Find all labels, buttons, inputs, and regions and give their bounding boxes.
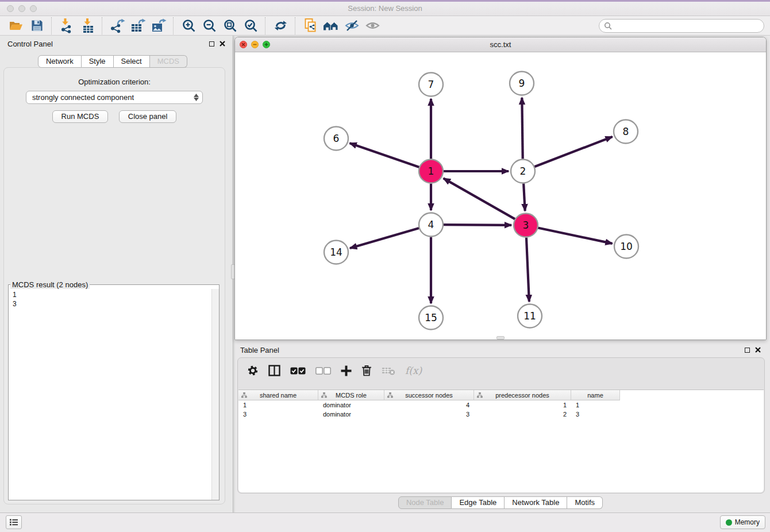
cell-successor-nodes[interactable]: 3 <box>384 410 474 419</box>
select-all-columns-icon[interactable] <box>290 367 306 375</box>
table-row[interactable]: 1dominator411 <box>238 400 764 410</box>
graph-node-6[interactable]: 6 <box>324 127 348 151</box>
cell-MCDS-role[interactable]: dominator <box>318 410 384 419</box>
table-header-row: shared nameMCDS rolesuccessor nodesprede… <box>238 390 764 400</box>
graph-node-14[interactable]: 14 <box>324 241 348 264</box>
column-header-name[interactable]: name <box>571 390 620 400</box>
edge-4-3[interactable] <box>443 225 511 225</box>
graph-node-7[interactable]: 7 <box>419 73 443 97</box>
edge-1-6[interactable] <box>350 143 419 167</box>
close-panel-button[interactable]: Close panel <box>119 110 177 123</box>
task-history-button[interactable] <box>6 515 22 529</box>
run-mcds-button[interactable]: Run MCDS <box>52 110 109 123</box>
network-canvas[interactable]: 7968124314101511 <box>235 52 766 340</box>
import-table-icon[interactable] <box>77 17 98 34</box>
svg-text:4: 4 <box>428 219 434 230</box>
save-session-icon[interactable] <box>26 17 47 34</box>
tab-mcds[interactable]: MCDS <box>150 55 187 68</box>
cell-MCDS-role[interactable]: dominator <box>318 400 384 410</box>
cell-shared-name[interactable]: 1 <box>238 400 318 410</box>
toolbar-separator <box>173 17 174 34</box>
selected-criterion: strongly connected component <box>32 93 134 102</box>
cell-predecessor-nodes[interactable]: 1 <box>474 400 571 410</box>
node-table[interactable]: shared nameMCDS rolesuccessor nodesprede… <box>238 390 764 492</box>
edge-4-14[interactable] <box>350 228 419 248</box>
column-header-shared-name[interactable]: shared name <box>238 390 318 400</box>
mcds-panel: Optimization criterion: strongly connect… <box>3 67 225 504</box>
tab-edge-table[interactable]: Edge Table <box>452 496 505 509</box>
column-header-successor-nodes[interactable]: successor nodes <box>384 390 474 400</box>
zoom-out-icon[interactable] <box>199 17 220 34</box>
result-line: 3 <box>13 299 208 309</box>
edge-2-8[interactable] <box>534 137 613 167</box>
graph-node-3[interactable]: 3 <box>514 214 538 237</box>
graph-node-8[interactable]: 8 <box>614 120 638 144</box>
graph-node-10[interactable]: 10 <box>614 235 638 259</box>
export-network-icon[interactable] <box>107 17 128 34</box>
mcds-result-text[interactable]: 13 <box>9 289 212 500</box>
show-column-panel-icon[interactable] <box>268 365 280 376</box>
close-panel-icon[interactable] <box>220 41 225 47</box>
network-graph[interactable]: 7968124314101511 <box>235 52 766 340</box>
search-field[interactable] <box>599 19 764 33</box>
control-panel: Control Panel NetworkStyleSelectMCDS Opt… <box>0 36 233 513</box>
show-all-icon[interactable] <box>362 17 383 34</box>
zoom-in-icon[interactable] <box>178 17 199 34</box>
column-header-predecessor-nodes[interactable]: predecessor nodes <box>474 390 571 400</box>
hide-selected-icon[interactable] <box>341 17 362 34</box>
graph-node-2[interactable]: 2 <box>511 160 535 183</box>
tab-motifs[interactable]: Motifs <box>567 496 603 509</box>
graph-node-9[interactable]: 9 <box>510 72 534 95</box>
svg-text:3: 3 <box>523 219 529 231</box>
network-window-titlebar[interactable]: scc.txt <box>235 37 766 52</box>
open-session-icon[interactable] <box>6 17 26 34</box>
cell-successor-nodes[interactable]: 4 <box>384 400 474 410</box>
optimization-criterion-select[interactable]: strongly connected component <box>26 91 203 104</box>
memory-button[interactable]: Memory <box>720 515 765 529</box>
graph-node-4[interactable]: 4 <box>419 213 443 237</box>
table-settings-icon[interactable] <box>247 365 259 376</box>
tab-select[interactable]: Select <box>114 55 150 68</box>
tab-network-table[interactable]: Network Table <box>505 496 567 509</box>
table-row[interactable]: 3dominator323 <box>238 410 764 419</box>
close-table-panel-icon[interactable] <box>755 347 761 353</box>
canvas-splitter-grip[interactable] <box>496 336 505 340</box>
graph-node-11[interactable]: 11 <box>518 304 542 328</box>
column-header-MCDS-role[interactable]: MCDS role <box>318 390 384 400</box>
clone-network-icon[interactable] <box>300 17 321 34</box>
edge-2-9[interactable] <box>522 98 522 159</box>
search-input[interactable] <box>612 21 759 30</box>
tab-node-table[interactable]: Node Table <box>398 496 452 509</box>
svg-text:11: 11 <box>523 310 536 322</box>
memory-status-icon <box>726 519 732 526</box>
cell-shared-name[interactable]: 3 <box>238 410 318 419</box>
edge-3-11[interactable] <box>526 237 529 302</box>
delete-columns-icon[interactable] <box>361 365 372 376</box>
control-panel-header: Control Panel <box>0 36 233 52</box>
cell-name[interactable]: 3 <box>571 410 620 419</box>
window-title: Session: New Session <box>0 4 770 13</box>
import-network-icon[interactable] <box>56 17 77 34</box>
result-scrollbar[interactable] <box>211 289 219 500</box>
refresh-view-icon[interactable] <box>270 17 291 34</box>
graph-node-1[interactable]: 1 <box>419 160 443 183</box>
tab-network[interactable]: Network <box>38 55 82 68</box>
export-table-icon[interactable] <box>128 17 148 34</box>
zoom-selected-icon[interactable] <box>240 17 261 34</box>
first-neighbors-icon[interactable] <box>321 17 341 34</box>
zoom-fit-icon[interactable] <box>220 17 240 34</box>
tab-style[interactable]: Style <box>82 55 114 68</box>
deselect-all-columns-icon[interactable] <box>315 367 331 375</box>
result-line: 1 <box>13 290 208 299</box>
export-image-icon[interactable] <box>148 17 169 34</box>
cell-predecessor-nodes[interactable]: 2 <box>474 410 571 419</box>
add-column-icon[interactable] <box>341 365 352 376</box>
float-panel-icon[interactable] <box>209 41 214 47</box>
float-table-panel-icon[interactable] <box>745 348 750 353</box>
table-body: 1dominator4113dominator323 <box>238 400 764 419</box>
cell-name[interactable]: 1 <box>571 400 620 410</box>
graph-node-15[interactable]: 15 <box>419 306 443 330</box>
edge-2-3[interactable] <box>523 183 525 211</box>
edge-3-10[interactable] <box>538 228 613 243</box>
edge-3-1[interactable] <box>444 178 515 219</box>
